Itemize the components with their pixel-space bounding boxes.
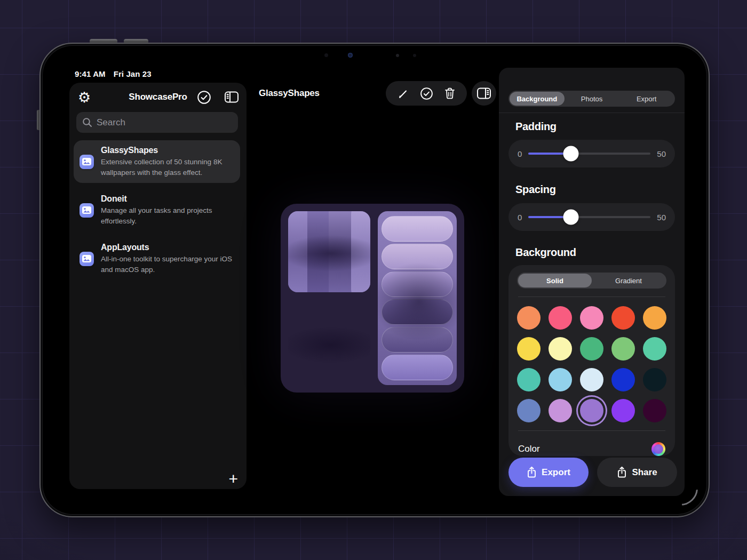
front-camera-icon <box>348 53 353 58</box>
share-icon <box>617 466 627 478</box>
preview-tile-bottom-left <box>288 301 370 385</box>
content-toolbar <box>386 81 467 106</box>
list-item-description: Manage all your tasks and projects effor… <box>101 205 234 226</box>
search-placeholder: Search <box>97 117 125 128</box>
divider <box>499 113 685 113</box>
color-swatch[interactable] <box>549 337 572 361</box>
color-swatch[interactable] <box>549 306 572 330</box>
sidebar-header: ⚙ ShowcasePro <box>69 83 247 113</box>
color-swatch[interactable] <box>517 337 541 361</box>
page-title: GlassyShapes <box>259 88 320 99</box>
preview-tile-right <box>378 211 457 385</box>
background-card: Solid Gradient Color <box>508 265 675 456</box>
camera-sensor-icon <box>413 54 416 57</box>
wallpaper-preview[interactable] <box>281 204 464 393</box>
tab-photos[interactable]: Photos <box>565 92 619 106</box>
color-swatch[interactable] <box>643 368 666 391</box>
search-icon <box>82 117 92 127</box>
app-image-icon <box>80 203 94 218</box>
list-item-doneit[interactable]: Doneit Manage all your tasks and project… <box>74 189 240 231</box>
list-item-text: GlassyShapes Extensive collection of 50 … <box>101 146 234 178</box>
spacing-heading: Spacing <box>515 183 556 196</box>
list-item-description: Extensive collection of 50 stunning 8K w… <box>101 157 234 178</box>
color-swatch[interactable] <box>611 399 635 422</box>
export-button[interactable]: Export <box>508 458 589 487</box>
list-item-glassyshapes[interactable]: GlassyShapes Extensive collection of 50 … <box>74 140 240 183</box>
color-swatch[interactable] <box>517 368 541 391</box>
list-item-title: AppLayouts <box>101 243 234 252</box>
share-icon <box>527 466 537 478</box>
padding-slider-card: 0 50 <box>508 140 675 167</box>
app-list: GlassyShapes Extensive collection of 50 … <box>74 140 240 280</box>
color-swatch[interactable] <box>517 306 541 330</box>
slider-min-label: 0 <box>518 213 522 222</box>
color-swatch[interactable] <box>611 337 635 361</box>
padding-slider[interactable] <box>528 153 650 155</box>
color-swatch[interactable] <box>580 399 603 422</box>
share-button[interactable]: Share <box>597 458 677 487</box>
camera-sensor-icon <box>396 54 399 57</box>
padding-heading: Padding <box>515 121 557 133</box>
slider-max-label: 50 <box>657 149 666 158</box>
spacing-slider-card: 0 50 <box>508 203 675 231</box>
tab-background[interactable]: Background <box>510 92 565 106</box>
background-heading: Background <box>515 246 576 259</box>
edit-pencil-icon[interactable] <box>397 87 409 99</box>
spacing-slider[interactable] <box>528 216 650 218</box>
list-item-applayouts[interactable]: AppLayouts All-in-one toolkit to superch… <box>74 237 240 280</box>
divider <box>518 297 665 297</box>
export-button-label: Export <box>542 467 570 478</box>
color-wheel-icon[interactable] <box>651 442 665 456</box>
list-item-description: All-in-one toolkit to supercharge your i… <box>101 254 234 275</box>
preview-tile-top-left <box>288 211 370 292</box>
app-image-icon <box>80 155 94 169</box>
padding-slider-thumb[interactable] <box>563 146 579 162</box>
color-swatch[interactable] <box>549 399 572 422</box>
app-image-icon <box>80 252 94 266</box>
list-item-title: Doneit <box>101 194 234 204</box>
spacing-slider-thumb[interactable] <box>563 210 579 225</box>
mode-solid[interactable]: Solid <box>518 274 592 287</box>
color-swatch[interactable] <box>643 399 666 422</box>
date: Fri Jan 23 <box>114 69 152 78</box>
select-mode-icon[interactable] <box>197 90 211 105</box>
list-item-title: GlassyShapes <box>101 146 234 155</box>
list-item-text: AppLayouts All-in-one toolkit to superch… <box>101 243 234 275</box>
color-label: Color <box>518 444 540 454</box>
color-swatch-grid <box>517 306 666 422</box>
sidebar-toggle-icon[interactable] <box>224 91 239 103</box>
mode-gradient[interactable]: Gradient <box>592 274 665 287</box>
inspector-toggle-button[interactable] <box>472 81 496 106</box>
tab-export[interactable]: Export <box>619 92 674 106</box>
color-swatch[interactable] <box>611 368 635 391</box>
camera-sensor-icon <box>324 53 328 57</box>
fill-mode-segmented-control: Solid Gradient <box>517 273 666 289</box>
slider-max-label: 50 <box>657 213 666 222</box>
inspector-tabs: Background Photos Export <box>508 91 675 107</box>
trash-icon[interactable] <box>444 87 456 100</box>
share-button-label: Share <box>632 467 657 478</box>
sidebar-right-icon <box>476 87 491 100</box>
color-swatch[interactable] <box>517 399 541 422</box>
slider-min-label: 0 <box>518 149 522 158</box>
color-swatch[interactable] <box>580 306 603 330</box>
divider <box>518 430 665 431</box>
inspector-panel: Background Photos Export Padding 0 50 Sp… <box>499 68 685 496</box>
status-bar-left: 9:41 AM Fri Jan 23 <box>75 69 152 78</box>
color-swatch[interactable] <box>549 368 572 391</box>
color-swatch[interactable] <box>611 306 635 330</box>
color-swatch[interactable] <box>580 368 603 391</box>
check-circle-icon[interactable] <box>420 87 433 100</box>
color-swatch[interactable] <box>643 337 666 361</box>
app-title: ShowcasePro <box>69 92 247 102</box>
search-input[interactable]: Search <box>76 112 238 133</box>
clock: 9:41 AM <box>75 69 106 78</box>
list-item-text: Doneit Manage all your tasks and project… <box>101 194 234 226</box>
add-item-button[interactable]: + <box>228 471 238 487</box>
custom-color-row: Color <box>517 442 666 456</box>
desk-background: 9:41 AM Fri Jan 23 100% ⚙ ShowcasePro <box>0 0 747 560</box>
color-swatch[interactable] <box>643 306 666 330</box>
sidebar: ⚙ ShowcasePro Search <box>69 83 247 489</box>
color-swatch[interactable] <box>580 337 603 361</box>
